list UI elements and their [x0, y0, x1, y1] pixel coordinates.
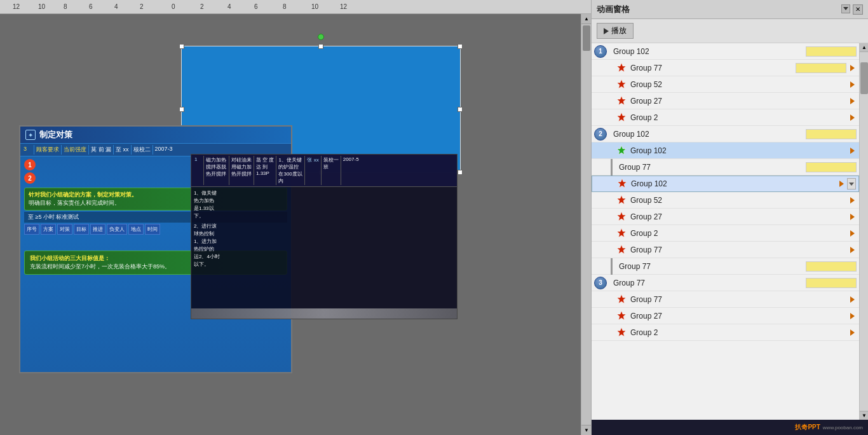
th-resp: 负变人: [107, 224, 127, 235]
anim-item-8[interactable]: Group 77: [592, 159, 859, 176]
handle-mr[interactable]: [458, 107, 463, 112]
item-arrow-2[interactable]: [848, 64, 857, 72]
item-label-2: Group 77: [630, 64, 793, 72]
panel-controls: ✕: [841, 4, 863, 15]
animation-list[interactable]: 1 Group 102 Group 77 Group 52 Group 27 G…: [592, 43, 868, 420]
anim-item-15[interactable]: 3 Group 77: [592, 275, 859, 291]
th-cs: 对策: [57, 224, 72, 235]
dh-class: 装校一班: [322, 156, 341, 185]
header-num: 3: [22, 145, 34, 155]
item-arrow-9[interactable]: [837, 179, 846, 188]
item-icon-9: [617, 178, 628, 190]
anim-scroll-thumb[interactable]: [860, 62, 868, 94]
ruler-mark-4l: 4: [114, 3, 118, 10]
item-arrow-16[interactable]: [848, 295, 857, 304]
header-4: 至 xx: [114, 145, 132, 155]
dh-3: 对硅油来用磁力加热开搅拌: [229, 156, 254, 185]
animation-panel: 动画窗格 ✕ 播放 1 Group 102 Group 77: [591, 0, 868, 435]
anim-item-1[interactable]: 1 Group 102: [592, 43, 859, 60]
play-icon: [604, 28, 609, 34]
anim-item-5[interactable]: Group 2: [592, 109, 859, 126]
anim-item-17[interactable]: Group 27: [592, 308, 859, 324]
animation-scrollbar[interactable]: ▲ ▼: [859, 43, 868, 420]
slide-icon: ✦: [25, 130, 36, 140]
item-label-14: Group 77: [619, 262, 803, 271]
item-label-10: Group 52: [630, 196, 846, 205]
ruler-mark-12r: 12: [340, 3, 347, 10]
panel-close-btn[interactable]: ✕: [853, 4, 863, 15]
item-arrow-10[interactable]: [848, 196, 857, 205]
anim-item-14[interactable]: Group 77: [592, 258, 859, 275]
item-label-17: Group 27: [630, 312, 846, 321]
handle-ml[interactable]: [179, 107, 184, 112]
main-container: 12 10 8 6 4 2 0 2 4 6 8 10 12: [0, 0, 868, 435]
item-label-13: Group 77: [630, 245, 846, 254]
item-icon-12: [616, 228, 628, 239]
dh-4: 蒸 空 度达 到1.33P: [254, 156, 276, 185]
item-arrow-3[interactable]: [848, 80, 857, 89]
canvas-scrollbar[interactable]: ▲ ▼: [581, 14, 591, 435]
item-label-5: Group 2: [630, 113, 846, 122]
anim-item-10[interactable]: Group 52: [592, 192, 859, 209]
anim-item-12[interactable]: Group 2: [592, 225, 859, 242]
anim-item-3[interactable]: Group 52: [592, 76, 859, 93]
svg-marker-7: [617, 212, 626, 221]
ruler-mark-10l: 10: [38, 3, 45, 10]
svg-marker-0: [617, 63, 626, 72]
anim-item-18[interactable]: Group 2: [592, 324, 859, 341]
item-icon-16: [616, 294, 628, 305]
item-arrow-12[interactable]: [848, 229, 857, 238]
canvas-scroll-up[interactable]: ▲: [581, 14, 591, 24]
item-arrow-18[interactable]: [848, 328, 857, 337]
anim-item-16[interactable]: Group 77: [592, 291, 859, 308]
handle-tr[interactable]: [458, 44, 463, 49]
anim-item-9[interactable]: Group 102: [592, 176, 859, 192]
panel-dropdown-btn[interactable]: [841, 4, 850, 13]
item-arrow-13[interactable]: [848, 245, 857, 254]
item-arrow-5[interactable]: [848, 113, 857, 122]
item-arrow-17[interactable]: [848, 312, 857, 321]
rotate-handle[interactable]: [318, 34, 324, 40]
anim-item-6[interactable]: 2 Group 102: [592, 126, 859, 142]
item-icon-5: [616, 112, 628, 123]
play-button[interactable]: 播放: [597, 23, 634, 39]
item-label-11: Group 27: [630, 212, 846, 221]
item-arrow-7[interactable]: [848, 146, 857, 155]
ruler-mark-10r: 10: [311, 3, 318, 10]
item-icon-4: [616, 95, 628, 107]
item-badge-15: 3: [594, 277, 611, 289]
handle-tl[interactable]: [179, 44, 184, 49]
svg-marker-6: [617, 195, 626, 204]
anim-scroll-up-btn[interactable]: ▲: [860, 43, 868, 52]
circle-2: 2: [24, 172, 36, 184]
svg-marker-2: [617, 96, 626, 105]
item-arrow-4[interactable]: [848, 97, 857, 106]
ruler-mark-4r: 4: [227, 3, 231, 10]
header-3: 莫 前 漏: [89, 145, 114, 155]
anim-item-13[interactable]: Group 77: [592, 242, 859, 258]
item-label-16: Group 77: [630, 295, 846, 304]
item-icon-18: [616, 327, 628, 338]
item-timeline-15: [806, 278, 857, 288]
anim-item-11[interactable]: Group 27: [592, 209, 859, 225]
canvas-scroll-down[interactable]: ▼: [581, 425, 591, 435]
canvas-scroll-thumb[interactable]: [583, 25, 590, 51]
item-label-1: Group 102: [613, 47, 803, 56]
item-dropdown-9[interactable]: [847, 178, 856, 190]
anim-item-7[interactable]: Group 102: [592, 142, 859, 159]
item-timeline-1: [806, 46, 857, 57]
header-date: 2007-3: [153, 145, 175, 155]
ruler-mark-6l: 6: [89, 3, 93, 10]
dark-table-header: 1 磁力加热搅拌器脱热开搅拌 对硅油来用磁力加热开搅拌 蒸 空 度达 到1.33…: [191, 155, 457, 187]
svg-marker-3: [617, 113, 626, 121]
panel-handle[interactable]: [191, 308, 457, 319]
item-timeline-8: [806, 162, 857, 172]
item-label-15: Group 77: [613, 279, 803, 287]
handle-tm[interactable]: [318, 44, 323, 49]
item-arrow-11[interactable]: [848, 212, 857, 221]
anim-item-4[interactable]: Group 27: [592, 93, 859, 109]
anim-item-2[interactable]: Group 77: [592, 60, 859, 76]
ruler-mark-6r: 6: [254, 3, 258, 10]
anim-scroll-down-btn[interactable]: ▼: [860, 411, 868, 420]
handle-br[interactable]: [458, 170, 463, 175]
